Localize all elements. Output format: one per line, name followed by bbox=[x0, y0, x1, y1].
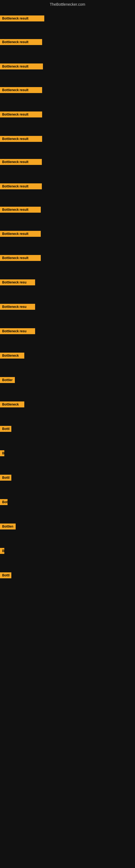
bottleneck-badge-21: Bot bbox=[0, 499, 8, 506]
bottleneck-badge-18: Bottl bbox=[0, 426, 11, 433]
bottleneck-badge-label: Bottleneck resu bbox=[0, 279, 35, 285]
bottleneck-badge-13: Bottleneck resu bbox=[0, 304, 35, 311]
bottleneck-badge-9: Bottleneck result bbox=[0, 207, 41, 214]
bottleneck-badge-label: Bottleneck result bbox=[0, 16, 44, 22]
bottleneck-badge-label: Bottleneck result bbox=[0, 39, 42, 45]
bottleneck-badge-19: B bbox=[0, 450, 4, 457]
bottleneck-badge-label: Bottleneck result bbox=[0, 136, 42, 142]
bottleneck-badge-7: Bottleneck result bbox=[0, 159, 42, 166]
bottleneck-badge-label: Bottleneck bbox=[0, 352, 24, 359]
bottleneck-badge-15: Bottleneck bbox=[0, 352, 24, 360]
bottleneck-badge-label: Bottleneck result bbox=[0, 255, 41, 261]
bottleneck-badge-label: Bottleneck result bbox=[0, 63, 43, 69]
bottleneck-badge-label: Bottleneck resu bbox=[0, 328, 35, 334]
bottleneck-badge-label: Bot bbox=[0, 499, 8, 505]
bottleneck-badge-label: Bottl bbox=[0, 426, 11, 432]
bottleneck-badge-23: B bbox=[0, 548, 4, 555]
bottleneck-badge-4: Bottleneck result bbox=[0, 87, 42, 94]
bottleneck-badge-label: Bottleneck result bbox=[0, 231, 41, 237]
bottleneck-badge-24: Bottl bbox=[0, 572, 11, 579]
bottleneck-badge-label: Bottleneck resu bbox=[0, 304, 35, 310]
bottleneck-badge-label: B bbox=[0, 548, 4, 554]
bottleneck-badge-22: Bottlen bbox=[0, 524, 16, 531]
bottleneck-badge-11: Bottleneck result bbox=[0, 255, 41, 262]
bottleneck-badge-label: Bottler bbox=[0, 377, 15, 383]
site-title: TheBottlenecker.com bbox=[0, 0, 135, 9]
bottleneck-badge-label: Bottleneck bbox=[0, 401, 24, 407]
bottleneck-badge-label: Bottleneck result bbox=[0, 159, 42, 165]
bottleneck-badge-6: Bottleneck result bbox=[0, 136, 42, 143]
bottleneck-badge-label: Bottleneck result bbox=[0, 87, 42, 93]
bottleneck-badge-12: Bottleneck resu bbox=[0, 279, 35, 286]
bottleneck-badge-10: Bottleneck result bbox=[0, 231, 41, 238]
bottleneck-badge-20: Bottl bbox=[0, 475, 11, 482]
bottleneck-badge-2: Bottleneck result bbox=[0, 39, 42, 46]
bottleneck-badge-label: Bottleneck result bbox=[0, 183, 42, 189]
bottleneck-badge-label: Bottleneck result bbox=[0, 112, 42, 118]
bottleneck-badge-5: Bottleneck result bbox=[0, 112, 42, 119]
bottleneck-badge-label: Bottleneck result bbox=[0, 207, 41, 213]
bottleneck-badge-label: Bottl bbox=[0, 475, 11, 480]
bottleneck-badge-label: Bottl bbox=[0, 572, 11, 578]
bottleneck-badge-label: Bottlen bbox=[0, 524, 16, 529]
bottleneck-badge-1: Bottleneck result bbox=[0, 16, 44, 23]
bottleneck-badge-8: Bottleneck result bbox=[0, 183, 42, 190]
bottleneck-badge-14: Bottleneck resu bbox=[0, 328, 35, 335]
bottleneck-badge-17: Bottleneck bbox=[0, 401, 24, 408]
bottleneck-badge-3: Bottleneck result bbox=[0, 63, 43, 70]
bottleneck-badge-label: B bbox=[0, 450, 4, 456]
bottleneck-badge-16: Bottler bbox=[0, 377, 15, 384]
